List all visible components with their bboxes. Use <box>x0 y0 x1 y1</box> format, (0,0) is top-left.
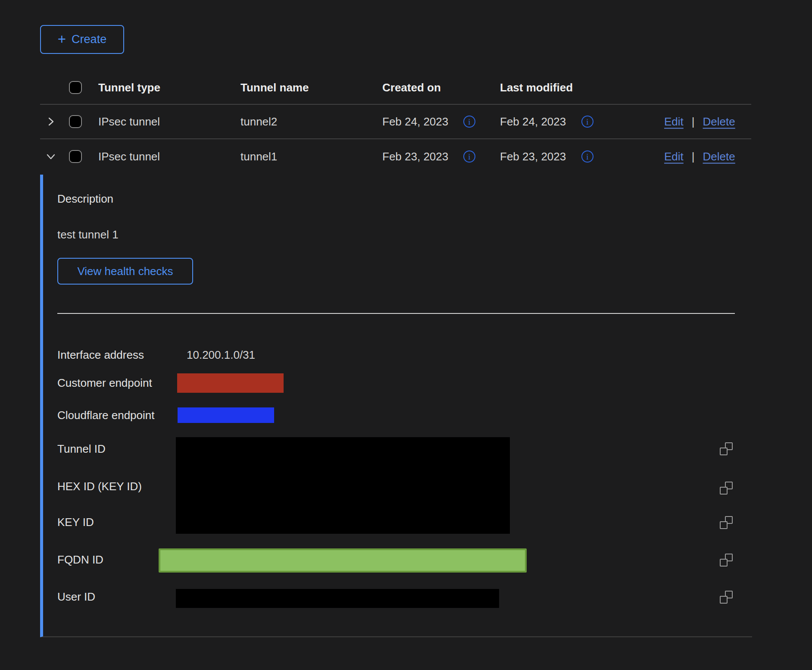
ids-redacted-values <box>176 437 510 534</box>
chevron-right-icon[interactable] <box>44 115 57 128</box>
info-icon[interactable]: i <box>581 116 593 128</box>
chevron-down-icon[interactable] <box>44 150 57 163</box>
tunnel-type-cell: IPsec tunnel <box>98 115 160 128</box>
copy-icon[interactable] <box>720 516 733 529</box>
actions-separator: | <box>692 150 695 163</box>
table-row-tunnel2: IPsec tunnel tunnel2 Feb 24, 2023 i Feb … <box>40 105 751 139</box>
edit-link[interactable]: Edit <box>664 150 684 163</box>
customer-endpoint-redacted-value <box>177 373 284 393</box>
column-header-last-modified: Last modified <box>500 81 573 94</box>
edit-link[interactable]: Edit <box>664 115 684 128</box>
table-header-row: Tunnel type Tunnel name Created on Last … <box>40 71 751 105</box>
user-id-label: User ID <box>57 590 95 603</box>
row-checkbox[interactable] <box>69 115 82 128</box>
info-icon[interactable]: i <box>463 116 475 128</box>
tunnel-detail-panel: Description test tunnel 1 View health ch… <box>40 175 752 637</box>
cloudflare-endpoint-label: Cloudflare endpoint <box>57 409 155 422</box>
customer-endpoint-label: Customer endpoint <box>57 376 152 389</box>
tunnels-table: Tunnel type Tunnel name Created on Last … <box>40 71 751 174</box>
copy-icon[interactable] <box>720 554 733 567</box>
cloudflare-endpoint-redacted-value <box>178 407 274 423</box>
plus-icon: + <box>58 32 66 46</box>
column-header-tunnel-type: Tunnel type <box>98 81 160 94</box>
copy-icon[interactable] <box>720 591 733 604</box>
tunnel-name-cell: tunnel2 <box>240 115 277 128</box>
info-icon[interactable]: i <box>581 150 593 163</box>
created-on-cell: Feb 23, 2023 <box>382 150 448 163</box>
tunnel-name-cell: tunnel1 <box>240 150 277 163</box>
last-modified-cell: Feb 23, 2023 <box>500 150 566 163</box>
last-modified-cell: Feb 24, 2023 <box>500 115 566 128</box>
key-id-label: KEY ID <box>57 516 94 529</box>
description-label: Description <box>57 192 113 205</box>
fqdn-id-label: FQDN ID <box>57 553 103 566</box>
delete-link[interactable]: Delete <box>703 115 735 128</box>
select-all-checkbox[interactable] <box>69 81 82 94</box>
row-checkbox[interactable] <box>69 150 82 163</box>
column-header-tunnel-name: Tunnel name <box>240 81 309 94</box>
tunnel-id-label: Tunnel ID <box>57 442 106 455</box>
create-button-label: Create <box>72 33 106 46</box>
tunnels-page: { "colors": { "background": "#1c1c1d", "… <box>0 0 812 670</box>
actions-separator: | <box>692 115 695 128</box>
fqdn-id-redacted-value <box>159 548 527 573</box>
created-on-cell: Feb 24, 2023 <box>382 115 448 128</box>
interface-address-label: Interface address <box>57 348 144 361</box>
column-header-created-on: Created on <box>382 81 441 94</box>
description-value: test tunnel 1 <box>57 228 119 241</box>
info-icon[interactable]: i <box>463 150 475 163</box>
interface-address-value: 10.200.1.0/31 <box>187 348 255 361</box>
table-row-tunnel1: IPsec tunnel tunnel1 Feb 23, 2023 i Feb … <box>40 139 751 174</box>
user-id-redacted-value <box>176 589 499 608</box>
delete-link[interactable]: Delete <box>703 150 735 163</box>
section-divider <box>57 313 735 314</box>
create-button[interactable]: + Create <box>40 25 124 54</box>
copy-icon[interactable] <box>720 442 733 455</box>
copy-icon[interactable] <box>720 482 733 495</box>
tunnel-type-cell: IPsec tunnel <box>98 150 160 163</box>
hex-id-label: HEX ID (KEY ID) <box>57 480 142 493</box>
view-health-checks-button[interactable]: View health checks <box>57 258 193 285</box>
